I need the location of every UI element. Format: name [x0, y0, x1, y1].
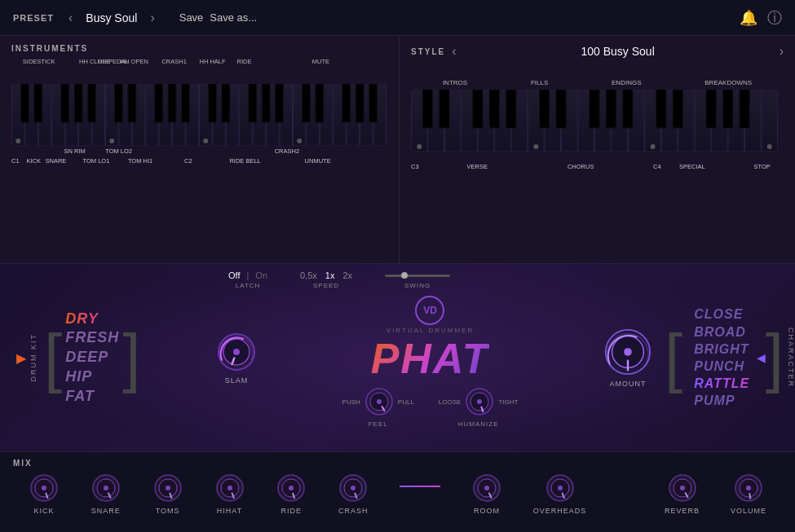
- mix-knob-group-snare: SNARE: [91, 473, 121, 515]
- label-tom-hi1: TOM HI1: [128, 157, 152, 165]
- mix-title: MIX: [13, 459, 782, 468]
- humanize-knob[interactable]: [464, 386, 495, 417]
- mix-controls: KICK SNARE TOMS: [13, 473, 782, 515]
- svg-point-19: [42, 486, 46, 490]
- character-panel: [ CLOSE BROAD BRIGHT PUNCH RATTLE PUMP ◀…: [665, 264, 795, 451]
- svg-point-35: [289, 486, 294, 490]
- mix-knob-group-toms: TOMS: [152, 473, 183, 515]
- swing-control: SWING: [385, 275, 450, 289]
- label-unmute: UNMUTE: [305, 157, 331, 165]
- mix-knob-group-crash: CRASH: [338, 473, 369, 515]
- kit-name-dry[interactable]: DRY: [65, 311, 119, 328]
- slam-knob[interactable]: [215, 331, 258, 373]
- vd-logo: VD VIRTUAL DRUMMER PHAT: [371, 296, 490, 380]
- mix-label-room: ROOM: [474, 507, 500, 515]
- mix-knob-hihat[interactable]: [214, 473, 245, 503]
- char-bright[interactable]: BRIGHT: [694, 341, 757, 357]
- mix-label-toms: TOMS: [156, 507, 180, 515]
- preset-next-button[interactable]: ›: [145, 11, 159, 25]
- mix-label-crash: CRASH: [338, 507, 369, 515]
- drum-kit-play-button[interactable]: ▶: [16, 350, 26, 366]
- save-as-button[interactable]: Save as...: [210, 11, 257, 24]
- tight-label: TIGHT: [498, 398, 518, 406]
- char-punch[interactable]: PUNCH: [694, 358, 757, 374]
- mix-knob-group-hihat: HIHAT: [214, 473, 245, 515]
- svg-point-27: [166, 486, 170, 490]
- top-section: INSTRUMENTS SIDESTICK HH CLOSE HH PEDAL …: [0, 36, 795, 264]
- style-panel: STYLE ‹ 100 Busy Soul › INTROS FILLS END…: [400, 36, 795, 263]
- char-close[interactable]: CLOSE: [694, 306, 757, 322]
- save-button[interactable]: Save: [179, 11, 204, 24]
- speed-half[interactable]: 0,5x: [300, 270, 317, 280]
- char-rattle[interactable]: RATTLE: [694, 376, 757, 391]
- character-bracket-left: [: [665, 325, 682, 390]
- svg-point-7: [377, 399, 382, 404]
- label-mute: MUTE: [312, 58, 329, 65]
- speed-1x[interactable]: 1x: [325, 270, 335, 280]
- vd-circle: VD: [415, 296, 444, 325]
- instruments-keyboard-canvas[interactable]: [11, 84, 386, 146]
- label-c3: C3: [411, 163, 419, 170]
- notification-icon[interactable]: 🔔: [740, 9, 757, 27]
- slam-area: SLAM: [204, 264, 269, 451]
- mix-knob-reverb[interactable]: [667, 473, 698, 503]
- label-sn-rim: SN RIM: [64, 147, 86, 155]
- style-label-endings: ENDINGS: [612, 79, 641, 86]
- drum-kit-label: DRUM KIT: [29, 333, 38, 382]
- label-hh-open: HH OPEN: [121, 58, 148, 65]
- style-label-fills: FILLS: [531, 79, 548, 86]
- humanize-group: LOOSE TIGHT HUMANIZE: [439, 386, 519, 428]
- label-sidestick: SIDESTICK: [23, 58, 55, 65]
- preset-name: Busy Soul: [86, 11, 137, 24]
- style-keyboard-canvas[interactable]: [411, 90, 778, 152]
- mix-section: MIX KICK SNARE: [0, 451, 795, 532]
- swing-slider[interactable]: [385, 275, 450, 277]
- mix-label-volume: VOLUME: [731, 507, 766, 515]
- mix-knob-group-overheads: OVERHEADS: [533, 473, 587, 515]
- mix-knob-room[interactable]: [471, 473, 502, 503]
- style-next-button[interactable]: ›: [780, 44, 784, 59]
- mix-knob-ride[interactable]: [276, 473, 307, 503]
- mix-knob-snare[interactable]: [91, 473, 121, 503]
- label-chorus: CHORUS: [568, 163, 594, 170]
- char-broad[interactable]: BROAD: [694, 324, 757, 340]
- feel-humanize-row: PUSH PULL FEEL LOOSE: [342, 386, 519, 428]
- amount-knob[interactable]: [603, 328, 652, 376]
- kit-name-hip[interactable]: HIP: [65, 369, 119, 385]
- push-label: PUSH: [342, 398, 360, 406]
- preset-label: PRESET: [13, 13, 54, 23]
- latch-off[interactable]: Off: [228, 270, 240, 280]
- svg-point-55: [746, 486, 751, 490]
- amount-label: AMOUNT: [610, 380, 647, 388]
- kit-name-fresh[interactable]: FRESH: [65, 330, 119, 346]
- info-icon[interactable]: ⓘ: [767, 8, 782, 28]
- char-pump[interactable]: PUMP: [694, 393, 757, 408]
- style-label-breakdowns: BREAKDOWNS: [704, 79, 752, 86]
- loose-label: LOOSE: [439, 398, 462, 406]
- style-title: STYLE: [411, 47, 445, 56]
- mix-label-overheads: OVERHEADS: [533, 507, 587, 515]
- top-bar: PRESET ‹ Busy Soul › Save Save as... 🔔 ⓘ: [0, 0, 795, 36]
- label-kick: KICK: [26, 157, 41, 165]
- speed-2x[interactable]: 2x: [342, 270, 352, 280]
- latch-on[interactable]: On: [255, 270, 267, 280]
- mix-knob-crash[interactable]: [338, 473, 369, 503]
- mix-knob-overheads[interactable]: [545, 473, 576, 503]
- svg-line-56: [749, 494, 750, 499]
- mix-label-ride: RIDE: [281, 507, 303, 515]
- mix-knob-group-volume: VOLUME: [731, 473, 766, 515]
- preset-prev-button[interactable]: ‹: [64, 11, 77, 25]
- mix-knob-kick[interactable]: [29, 473, 60, 503]
- latch-label: LATCH: [236, 282, 261, 289]
- humanize-label: HUMANIZE: [458, 420, 499, 428]
- swing-label: SWING: [404, 282, 431, 289]
- style-header: STYLE ‹ 100 Busy Soul ›: [411, 44, 784, 59]
- instruments-title: INSTRUMENTS: [11, 44, 387, 53]
- mix-knob-volume[interactable]: [733, 473, 764, 503]
- label-c4: C4: [653, 163, 661, 170]
- feel-knob[interactable]: [364, 386, 395, 417]
- character-play-button[interactable]: ◀: [757, 351, 766, 364]
- mix-knob-toms[interactable]: [152, 473, 183, 503]
- kit-name-fat[interactable]: FAT: [65, 389, 119, 405]
- kit-name-deep[interactable]: DEEP: [65, 350, 119, 366]
